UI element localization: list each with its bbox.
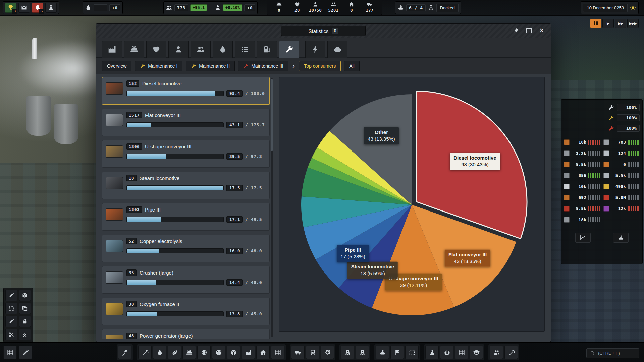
subtab-overview[interactable]: Overview <box>102 61 131 71</box>
consumer-row-u-shape-conveyor-iii[interactable]: 1306 U-shape conveyor III 39.5 / 97.3 <box>102 140 270 168</box>
tool-collapse-panel-button[interactable] <box>19 329 31 340</box>
resource-stat[interactable]: 10k <box>564 137 600 148</box>
toolbar-water-button[interactable] <box>153 346 166 359</box>
toolbar-farming-button[interactable] <box>168 346 181 359</box>
consumer-row-copper-electrolysis[interactable]: 52 Copper electrolysis 16.0 / 48.0 <box>102 235 270 262</box>
search-box[interactable] <box>586 348 639 358</box>
toolbar-research-button[interactable] <box>425 346 439 359</box>
list-scrollbar[interactable] <box>271 78 273 337</box>
toolbar-population-button[interactable] <box>490 346 503 359</box>
subtab-top-consumers[interactable]: Top consumers <box>299 61 341 71</box>
resource-stat[interactable]: 5.5k <box>564 203 600 214</box>
consumer-row-steam-locomotive[interactable]: 18 Steam locomotive 17.5 / 17.5 <box>102 172 270 199</box>
toolbar-logistics-button[interactable] <box>227 346 240 359</box>
resource-stat[interactable]: 856 <box>564 170 600 181</box>
toolbar-machines-button[interactable] <box>321 346 334 359</box>
speed-play-button[interactable]: ▶ <box>602 19 614 28</box>
toolbar-food-button[interactable] <box>182 346 196 359</box>
resource-stat[interactable]: 692 <box>564 192 600 203</box>
toolbar-education-button[interactable] <box>470 346 483 359</box>
subtab-maintenance-i[interactable]: Maintenance I <box>135 61 182 71</box>
tool-edit-tool-button[interactable] <box>5 316 17 327</box>
scrollbar-thumb[interactable] <box>271 79 273 151</box>
resource-value: 5.5k <box>571 206 586 211</box>
toolbar-services-button[interactable] <box>271 346 284 359</box>
resource-stat[interactable]: 5.0M <box>603 192 640 203</box>
train-icon <box>309 349 316 356</box>
statistics-shortcut-button[interactable] <box>575 233 591 243</box>
maximize-button[interactable] <box>523 26 535 35</box>
toolbar-jobs-button[interactable] <box>504 346 518 359</box>
stats-tab-electricity[interactable] <box>305 41 325 58</box>
tool-lock-tool-button[interactable] <box>19 316 31 327</box>
tool-select-area-button[interactable] <box>5 303 17 314</box>
stats-tab-resources[interactable] <box>235 41 255 58</box>
resource-stat[interactable]: 5.5k <box>603 170 640 181</box>
window-titlebar[interactable]: Statistics O × <box>96 24 551 38</box>
toolbar-group-construction <box>117 344 133 360</box>
toolbar-economy-button[interactable] <box>197 346 211 359</box>
toolbar-storage-button[interactable] <box>212 346 225 359</box>
resource-stat[interactable]: 0 <box>603 159 640 170</box>
toolbar-trucks-button[interactable] <box>291 346 305 359</box>
toolbar-shipyard-button[interactable] <box>376 346 389 359</box>
search-input[interactable] <box>597 350 636 356</box>
resource-icon <box>564 150 570 156</box>
toolbar-flags-button[interactable] <box>390 346 404 359</box>
shipyard-shortcut-button[interactable] <box>613 233 629 243</box>
stats-tab-fuel[interactable] <box>257 41 277 58</box>
toolbar-housing-button[interactable] <box>256 346 270 359</box>
subtab-maintenance-iii[interactable]: Maintenance III <box>238 61 288 71</box>
consumer-row-oxygen-furnace-ii[interactable]: 30 Oxygen furnace II 13.8 / 45.0 <box>102 298 270 325</box>
subtab-all[interactable]: All <box>344 61 360 71</box>
toolbar-group-science <box>424 344 484 360</box>
toolbar-data-button[interactable] <box>455 346 468 359</box>
toolbar-mining-button[interactable] <box>138 346 152 359</box>
speed-fastest-forward-button[interactable]: ▶▶▶ <box>627 19 639 28</box>
toolbar-zones-button[interactable] <box>405 346 419 359</box>
consumer-row-pipe-iii[interactable]: 1803 Pipe III 17.1 / 49.5 <box>102 203 270 231</box>
toolbar-roads-button[interactable] <box>341 346 354 359</box>
toolbar-industry-button[interactable] <box>241 346 255 359</box>
consumer-row-power-generator-large[interactable]: 48 Power generator (large) <box>102 329 270 339</box>
resource-stat[interactable]: 12k <box>603 203 640 214</box>
toolbar-build-menu-button[interactable] <box>118 346 131 359</box>
stats-tab-food[interactable] <box>124 41 144 58</box>
stats-tab-maintenance[interactable] <box>279 41 299 58</box>
research-button[interactable] <box>45 3 57 13</box>
achievements-button[interactable]: 3 <box>5 3 16 13</box>
alerts-button[interactable]: 6 <box>32 3 43 13</box>
tool-cut-tool-button[interactable] <box>5 329 17 340</box>
toolbar-bridges-button[interactable] <box>356 346 369 359</box>
resource-stat[interactable]: 10k <box>564 181 600 192</box>
toolbar-trade-button[interactable] <box>440 346 453 359</box>
resource-stat[interactable]: 5.5k <box>564 159 600 170</box>
stats-tab-population[interactable] <box>168 41 189 58</box>
toolbar-trains-button[interactable] <box>306 346 319 359</box>
consumer-row-diesel-locomotive[interactable]: 152 Diesel locomotive 98.4 / 108.0 <box>102 77 270 105</box>
cargo-ship-status: 6 / 4 Docked <box>395 1 461 14</box>
messages-button[interactable] <box>18 3 30 13</box>
resource-stat[interactable]: 783 <box>603 137 640 148</box>
stats-tab-health[interactable] <box>146 41 166 58</box>
subtab-maintenance-ii[interactable]: Maintenance II <box>186 61 235 71</box>
resource-stat[interactable]: 3.2k <box>564 148 600 159</box>
tool-paint-button[interactable] <box>5 290 17 301</box>
close-button[interactable]: × <box>536 26 547 35</box>
toolbar-blueprints-button[interactable] <box>19 346 32 359</box>
stats-tab-computing[interactable] <box>327 41 347 58</box>
resource-stat[interactable]: 124 <box>603 148 640 159</box>
stats-tab-water[interactable] <box>213 41 233 58</box>
toolbar-overlays-button[interactable] <box>3 346 17 359</box>
tool-copy-tool-button[interactable] <box>19 303 31 314</box>
resource-stat[interactable]: 498k <box>603 181 640 192</box>
stats-tab-production-buildings[interactable] <box>102 41 122 58</box>
pin-button[interactable] <box>511 26 522 35</box>
resource-stat[interactable]: 18k <box>564 214 600 225</box>
speed-pause-button[interactable] <box>590 19 601 28</box>
speed-fast-forward-button[interactable]: ▶▶ <box>615 19 626 28</box>
stats-tab-workers[interactable] <box>191 41 211 58</box>
consumer-row-flat-conveyor-iii[interactable]: 1517 Flat conveyor III 43.1 / 175.7 <box>102 109 270 136</box>
tool-stamp-button[interactable] <box>19 290 31 301</box>
consumer-row-crusher-large[interactable]: 35 Crusher (large) 14.4 / 48.0 <box>102 266 270 294</box>
